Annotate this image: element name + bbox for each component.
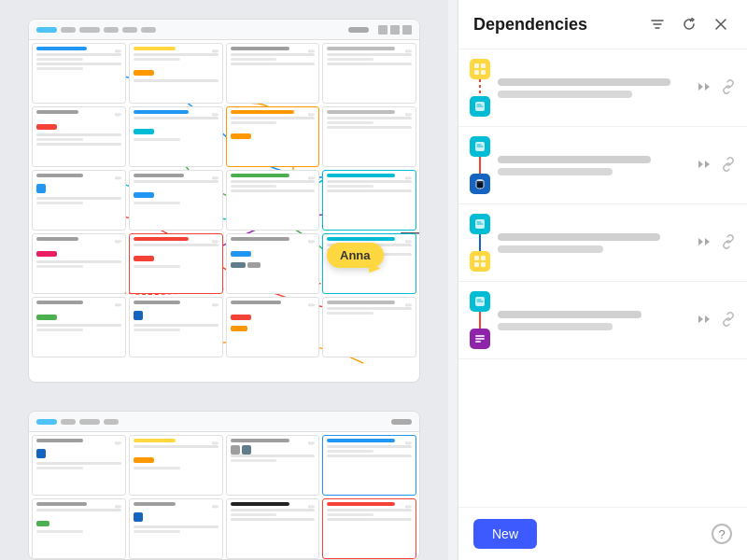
- dep-link-button[interactable]: [721, 312, 736, 329]
- dep-row-actions: [697, 157, 736, 175]
- panel-actions: [646, 13, 732, 35]
- edit-icon[interactable]: ✏: [405, 110, 413, 119]
- link-icon: [721, 234, 736, 249]
- edit-icon[interactable]: ✏: [308, 301, 316, 310]
- link-icon: [721, 312, 736, 327]
- card: ✏: [322, 43, 416, 104]
- edit-icon[interactable]: ✏: [405, 174, 413, 183]
- board-section-1: ✏ ✏ ✏ ✏: [28, 19, 420, 383]
- edit-icon[interactable]: ✏: [115, 502, 122, 511]
- help-button[interactable]: ?: [712, 524, 732, 544]
- dep-info: [498, 233, 689, 253]
- edit-icon[interactable]: ✏: [405, 301, 413, 310]
- panel-header: Dependencies: [458, 0, 747, 49]
- edit-icon[interactable]: ✏: [308, 439, 316, 448]
- dep-link-button[interactable]: [721, 234, 736, 252]
- dep-top-icon: [470, 214, 490, 234]
- edit-icon[interactable]: ✏: [308, 174, 316, 183]
- edit-icon[interactable]: ✏: [115, 174, 122, 183]
- refresh-button[interactable]: [678, 13, 700, 35]
- card: ✏: [322, 170, 416, 231]
- edit-icon[interactable]: ✏: [115, 439, 122, 448]
- card: ✏: [129, 435, 223, 496]
- edit-icon[interactable]: ✏: [212, 301, 219, 310]
- dependencies-list: [458, 49, 747, 507]
- icon-grid: [473, 255, 486, 268]
- edit-icon[interactable]: ✏: [308, 237, 316, 246]
- edit-icon[interactable]: ✏: [308, 502, 316, 511]
- edit-icon[interactable]: ✏: [212, 174, 219, 183]
- dep-name-line: [498, 233, 660, 241]
- edit-icon[interactable]: ✏: [405, 47, 413, 56]
- skip-icon: [697, 312, 713, 327]
- dep-detail-line: [498, 323, 613, 330]
- edit-icon[interactable]: ✏: [115, 237, 122, 246]
- dep-skip-button[interactable]: [697, 79, 713, 97]
- edit-icon[interactable]: ✏: [308, 110, 316, 119]
- dep-bottom-icon: [470, 329, 490, 349]
- edit-icon[interactable]: ✏: [115, 47, 122, 56]
- dependencies-panel: Dependencies: [458, 0, 747, 560]
- svg-rect-0: [474, 63, 479, 68]
- icon-db: [473, 177, 486, 190]
- dep-connector-blue: [479, 234, 481, 251]
- icon-task: [473, 295, 486, 308]
- svg-rect-11: [481, 262, 486, 267]
- card: ✏: [32, 297, 126, 357]
- dep-skip-button[interactable]: [697, 312, 713, 329]
- dep-info: [498, 311, 689, 330]
- dep-top-icon: [470, 291, 490, 312]
- dep-row-actions: [697, 234, 736, 252]
- dep-name-line: [498, 156, 651, 163]
- edit-icon[interactable]: ✏: [115, 110, 122, 119]
- dep-chain: [470, 136, 490, 194]
- skip-icon: [697, 234, 713, 249]
- edit-icon[interactable]: ✏: [405, 439, 413, 448]
- dep-skip-button[interactable]: [697, 234, 713, 252]
- card: ✏: [32, 170, 126, 231]
- card: ✏: [322, 106, 416, 167]
- skip-icon: [697, 157, 713, 172]
- dependency-item: [458, 204, 747, 282]
- board-section-2: ✏ ✏ ✏ ✏: [28, 411, 420, 560]
- dependency-item: [458, 49, 747, 127]
- edit-icon[interactable]: ✏: [212, 439, 219, 448]
- dep-link-button[interactable]: [721, 157, 736, 175]
- board-grid-2: ✏ ✏ ✏ ✏: [29, 432, 419, 560]
- dep-info: [498, 78, 689, 98]
- new-dependency-button[interactable]: New: [473, 519, 537, 549]
- edit-icon[interactable]: ✏: [212, 47, 219, 56]
- card: ✏: [226, 297, 320, 357]
- panel-title: Dependencies: [473, 15, 587, 35]
- svg-rect-15: [475, 341, 481, 343]
- dep-chain: [470, 291, 490, 349]
- edit-icon[interactable]: ✏: [405, 502, 413, 511]
- dep-skip-button[interactable]: [697, 157, 713, 175]
- dep-detail-line: [498, 91, 632, 98]
- dep-detail-line: [498, 245, 603, 253]
- refresh-icon: [682, 17, 697, 32]
- card: ✏: [226, 106, 320, 167]
- card: ✏: [322, 498, 416, 559]
- edit-icon[interactable]: ✏: [212, 237, 219, 246]
- card: ✏: [129, 106, 223, 167]
- dep-top-icon: [470, 59, 490, 79]
- icon-grid: [473, 63, 486, 76]
- edit-icon[interactable]: ✏: [212, 110, 219, 119]
- close-button[interactable]: [710, 13, 732, 35]
- dep-row-actions: [697, 312, 736, 329]
- card: ✏: [129, 498, 223, 559]
- svg-rect-9: [481, 256, 486, 260]
- edit-icon[interactable]: ✏: [308, 47, 316, 56]
- edit-icon[interactable]: ✏: [212, 502, 219, 511]
- edit-icon[interactable]: ✏: [115, 301, 122, 310]
- dep-name-line: [498, 311, 641, 318]
- filter-button[interactable]: [646, 13, 669, 35]
- close-icon: [713, 17, 728, 32]
- dep-bottom-icon: [470, 96, 490, 117]
- card: ✏: [226, 435, 320, 496]
- panel-footer: New ?: [458, 507, 747, 560]
- card: ✏: [129, 170, 223, 231]
- dep-link-button[interactable]: [721, 79, 736, 97]
- edit-icon[interactable]: ✏: [405, 237, 413, 246]
